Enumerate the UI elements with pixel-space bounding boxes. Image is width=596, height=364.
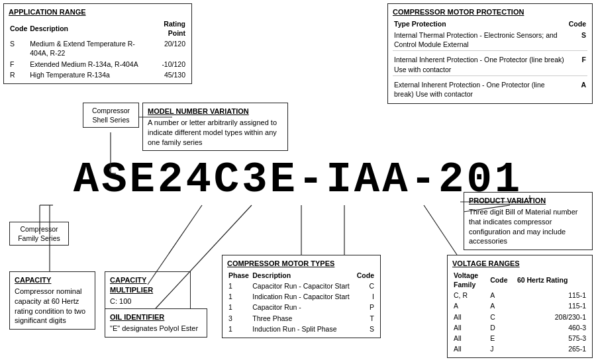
diagram-container: { "appRange": { "title": "APPLICATION RA… — [0, 0, 596, 364]
motor-types-table: Phase Description Code 1Capacitor Run - … — [227, 270, 375, 334]
table-row: AllD460-3 — [452, 322, 587, 333]
table-row: AA115-1 — [452, 300, 587, 311]
model-variation-desc: A number or letter arbitrarily assigned … — [148, 118, 283, 148]
table-row: FExtended Medium R-134a, R-404A-10/120 — [9, 59, 187, 69]
table-row: RHigh Temperature R-134a45/130 — [9, 69, 187, 80]
family-series-label: Compressor Family Series — [18, 225, 60, 242]
table-row: C, RA115-1 — [452, 290, 587, 300]
shell-series-box: Compressor Shell Series — [83, 103, 139, 128]
product-variation-title: PRODUCT VARIATION — [469, 196, 587, 206]
capacity-title: CAPACITY — [15, 275, 90, 285]
oil-identifier-title: OIL IDENTIFIER — [110, 312, 202, 322]
capacity-box: CAPACITY Compressor nominal capacity at … — [9, 271, 95, 330]
vr-col-rating: 60 Hertz Rating — [516, 270, 587, 290]
table-row: AllE575-3 — [452, 333, 587, 343]
motor-protection-title: COMPRESSOR MOTOR PROTECTION — [393, 7, 587, 17]
model-variation-title: MODEL NUMBER VARIATION — [148, 107, 283, 116]
motor-protection-table: Type Protection Code Internal Thermal Pr… — [393, 19, 587, 100]
table-row: AllC208/230-1 — [452, 312, 587, 322]
mp-col-code: Code — [568, 19, 587, 29]
capacity-multiplier-title: CAPACITY MULTIPLIER — [110, 275, 185, 295]
oil-identifier-box: OIL IDENTIFIER "E" designates Polyol Est… — [105, 308, 207, 338]
product-variation-desc: Three digit Bill of Material number that… — [469, 207, 587, 246]
table-row: 1Capacitor Run - Capacitor StartC — [227, 281, 375, 291]
table-row: 1Capacitor Run -P — [227, 302, 375, 312]
col-rating: Rating Point — [147, 19, 187, 38]
table-row: External Inherent Protection - One Prote… — [393, 79, 587, 100]
family-series-box: Compressor Family Series — [9, 222, 69, 246]
app-range-title: APPLICATION RANGE — [9, 7, 187, 17]
shell-series-label: Compressor Shell Series — [92, 107, 130, 124]
app-range-box: APPLICATION RANGE Code Description Ratin… — [3, 3, 192, 84]
table-row: SMedium & Extend Temperature R-404A, R-2… — [9, 38, 187, 58]
vr-col-code: Code — [489, 270, 516, 290]
mt-col-desc: Description — [251, 270, 354, 281]
mt-col-phase: Phase — [227, 270, 251, 281]
table-row: Internal Thermal Protection - Electronic… — [393, 29, 587, 51]
table-row: 3Three PhaseT — [227, 313, 375, 324]
table-row: AllJ265-1 — [452, 343, 587, 354]
oil-identifier-desc: "E" designates Polyol Ester — [110, 324, 202, 334]
table-row: 1Indication Run - Capacitor StartI — [227, 291, 375, 302]
col-desc: Description — [28, 19, 147, 38]
app-range-table: Code Description Rating Point SMedium & … — [9, 19, 187, 80]
motor-types-title: COMPRESSOR MOTOR TYPES — [227, 259, 375, 269]
model-variation-box: MODEL NUMBER VARIATION A number or lette… — [142, 103, 288, 151]
svg-line-9 — [424, 205, 457, 255]
motor-types-box: COMPRESSOR MOTOR TYPES Phase Description… — [222, 255, 381, 338]
vr-col-family: VoltageFamily — [452, 270, 489, 290]
voltage-ranges-box: VOLTAGE RANGES VoltageFamily Code 60 Her… — [447, 255, 593, 358]
motor-protection-box: COMPRESSOR MOTOR PROTECTION Type Protect… — [387, 3, 593, 104]
mp-col-type: Type Protection — [393, 19, 568, 29]
table-row: Internal Inherent Protection - One Prote… — [393, 54, 587, 75]
voltage-ranges-table: VoltageFamily Code 60 Hertz Rating C, RA… — [452, 270, 587, 354]
col-code: Code — [9, 19, 28, 38]
voltage-ranges-title: VOLTAGE RANGES — [452, 259, 587, 269]
table-row: 1Induction Run - Split PhaseS — [227, 324, 375, 334]
mt-col-code: Code — [355, 270, 375, 281]
product-variation-box: PRODUCT VARIATION Three digit Bill of Ma… — [464, 192, 593, 250]
capacity-desc: Compressor nominal capacity at 60 Hertz … — [15, 287, 90, 326]
